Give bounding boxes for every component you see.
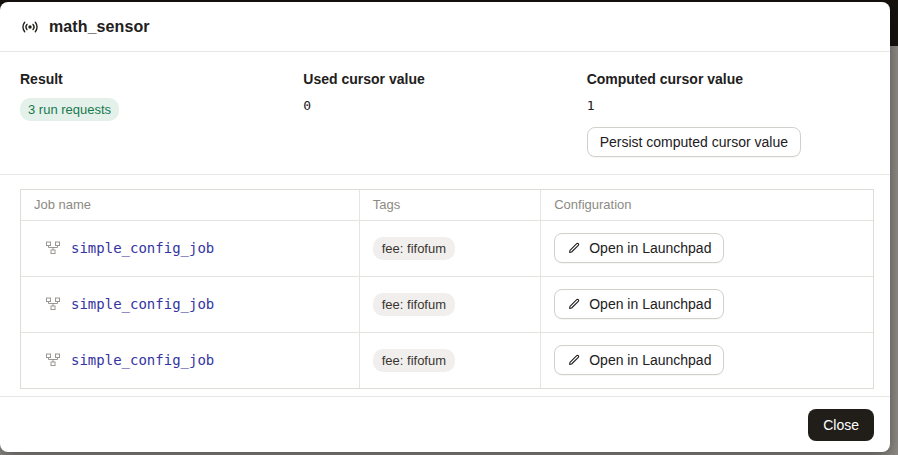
open-in-launchpad-label: Open in Launchpad [589, 352, 711, 368]
column-header-configuration: Configuration [541, 190, 873, 220]
job-name-link[interactable]: simple_config_job [71, 240, 214, 256]
pencil-icon [567, 241, 581, 255]
table-header-row: Job name Tags Configuration [21, 190, 873, 220]
job-name-cell: simple_config_job [34, 352, 347, 368]
open-in-launchpad-label: Open in Launchpad [589, 296, 711, 312]
job-icon [45, 296, 61, 312]
table-row: simple_config_job fee: fifofum Open in L… [21, 276, 873, 332]
job-icon [45, 352, 61, 368]
table-body: simple_config_job fee: fifofum Open in L… [21, 220, 873, 388]
tag-pill: fee: fifofum [373, 349, 455, 372]
used-cursor-value: 0 [303, 98, 586, 114]
tag-pill: fee: fifofum [373, 293, 455, 316]
open-in-launchpad-button[interactable]: Open in Launchpad [554, 233, 724, 263]
summary-divider [0, 174, 890, 175]
job-name-link[interactable]: simple_config_job [71, 296, 214, 312]
computed-cursor-value: 1 [587, 98, 870, 114]
result-section: Result 3 run requests [20, 71, 303, 157]
dialog-footer: Close [0, 396, 890, 452]
persist-cursor-button-label: Persist computed cursor value [600, 134, 788, 150]
column-header-tags: Tags [359, 190, 540, 220]
job-name-link[interactable]: simple_config_job [71, 352, 214, 368]
sensor-evaluation-dialog: math_sensor Result 3 run requests Used c… [0, 2, 890, 452]
job-name-cell: simple_config_job [34, 296, 347, 312]
tag-pill: fee: fifofum [373, 237, 455, 260]
open-in-launchpad-button[interactable]: Open in Launchpad [554, 345, 724, 375]
close-button[interactable]: Close [808, 409, 874, 441]
table-row: simple_config_job fee: fifofum Open in L… [21, 220, 873, 276]
computed-cursor-section: Computed cursor value 1 Persist computed… [587, 71, 870, 157]
job-icon [45, 240, 61, 256]
open-in-launchpad-button[interactable]: Open in Launchpad [554, 289, 724, 319]
table-row: simple_config_job fee: fifofum Open in L… [21, 332, 873, 388]
sensor-icon [20, 17, 40, 37]
run-requests-table: Job name Tags Configuration [20, 189, 874, 389]
open-in-launchpad-label: Open in Launchpad [589, 240, 711, 256]
used-cursor-label: Used cursor value [303, 71, 586, 88]
used-cursor-section: Used cursor value 0 [303, 71, 586, 157]
pencil-icon [567, 297, 581, 311]
result-label: Result [20, 71, 303, 88]
persist-cursor-button[interactable]: Persist computed cursor value [587, 127, 801, 157]
dialog-title: math_sensor [49, 18, 150, 36]
run-requests-badge: 3 run requests [20, 98, 119, 121]
dialog-header: math_sensor [0, 2, 890, 52]
column-header-job-name: Job name [21, 190, 359, 220]
evaluation-summary: Result 3 run requests Used cursor value … [0, 52, 890, 157]
computed-cursor-label: Computed cursor value [587, 71, 870, 88]
job-name-cell: simple_config_job [34, 240, 347, 256]
pencil-icon [567, 353, 581, 367]
